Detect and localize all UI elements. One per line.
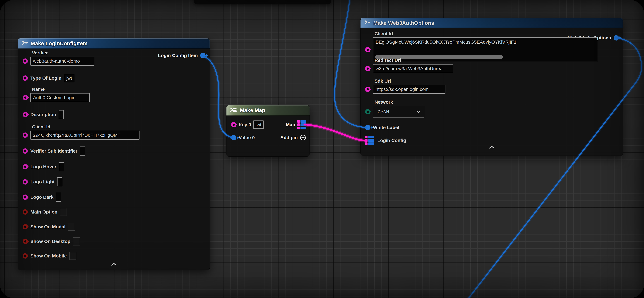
pin-label-type-of-login: Type Of Login [30,76,62,81]
node-make-web3authoptions[interactable]: Make Web3AuthOptions Web 3Auth Options C… [360,18,623,156]
pin-label-verifier: Verifier [30,50,94,56]
pin-name[interactable] [22,95,28,100]
pin-client-id[interactable] [22,132,28,138]
main-option-checkbox[interactable] [60,208,67,216]
pin-label-redirect-url: Redirect Url [373,58,453,63]
collapse-node-button[interactable] [360,146,623,148]
show-on-mobile-checkbox[interactable] [69,252,76,260]
output-pin-login-config-item[interactable] [200,53,206,58]
pin-label-main-option: Main Option [30,209,57,214]
pin-label-logo-dark: Logo Dark [30,194,54,200]
node-make-map[interactable]: Make Map Key 0 jwt Map Value 0 Ad [226,105,310,156]
pin-label-logo-hover: Logo Hover [30,164,56,170]
redirect-url-field[interactable]: w3a://com.w3a.Web3AuthUnreal [373,64,453,73]
node-title: Make Map [240,107,265,113]
pin-network[interactable] [365,109,370,114]
pin-label-value-0: Value 0 [238,135,255,140]
logo-light-field[interactable] [57,177,62,186]
key-0-field[interactable]: jwt [253,120,264,129]
output-pin-map[interactable] [297,120,306,129]
pin-label-client-id: Client Id [373,31,598,36]
name-field[interactable]: Auth0 Custom Login [30,93,90,102]
struct-brace-icon [364,20,371,26]
client-id-text: BEglQSgt4cUWcj6SKRdu5QkOXTsePmMcusG5EAoy… [376,40,518,44]
node-title: Make LoginConfigItem [31,40,88,46]
pin-label-network: Network [373,99,424,105]
add-pin-label: Add pin [280,135,298,140]
pin-show-on-mobile[interactable] [22,253,28,258]
struct-brace-icon [21,40,28,46]
network-dropdown-value: CYAN [378,110,389,114]
logo-hover-field[interactable] [59,162,64,171]
pin-show-on-modal[interactable] [22,224,28,230]
pin-verifier-sub-identifier[interactable] [22,148,28,154]
logo-dark-field[interactable] [56,193,61,202]
map-list-icon [230,108,237,113]
pin-label-show-on-desktop: Show On Desktop [30,239,70,244]
pin-label-logo-light: Logo Light [30,179,54,184]
node-title: Make Web3AuthOptions [373,20,434,26]
pin-logo-dark[interactable] [22,194,28,200]
verifier-field[interactable]: web3auth-auth0-demo [30,56,94,66]
pin-main-option[interactable] [22,209,28,214]
pin-value-0[interactable] [231,135,236,140]
pin-label-sdk-url: Sdk Url [373,78,446,84]
pin-sdk-url[interactable] [365,87,370,92]
graph-canvas[interactable]: Make LoginConfigItem Login Config Item V… [0,0,644,298]
description-field[interactable] [58,110,64,119]
show-on-desktop-checkbox[interactable] [73,237,80,246]
pin-label-show-on-mobile: Show On Mobile [30,253,67,258]
pin-white-label[interactable] [365,125,370,130]
pin-label-description: Description [30,112,56,117]
pin-label-name: Name [30,86,90,92]
chevron-up-icon [111,263,116,266]
pin-key-0[interactable] [231,122,236,127]
output-pin-label-map: Map [286,122,295,127]
output-pin-label: Login Config Item [158,53,198,58]
wire-map-to-loginconfig[interactable] [305,124,366,141]
add-pin-button[interactable]: Add pin [280,133,306,142]
collapse-node-button[interactable] [18,263,210,266]
pin-label-client-id: Client Id [30,124,140,130]
add-pin-plus-icon [300,134,306,141]
show-on-modal-checkbox[interactable] [68,223,75,231]
node-make-loginconfigitem[interactable]: Make LoginConfigItem Login Config Item V… [18,38,210,270]
pin-type-of-login[interactable] [22,76,28,81]
pin-label-key-0: Key 0 [238,122,251,127]
offscreen-node-top[interactable] [194,0,331,4]
output-pin-web3auth-options[interactable] [614,35,619,40]
pin-redirect-url[interactable] [365,66,370,71]
type-of-login-field[interactable]: jwt [64,74,74,82]
node-make-map-header[interactable]: Make Map [226,105,310,116]
pin-verifier[interactable] [22,58,28,64]
client-id-field[interactable]: 294QRkchfq2YaXUbPri7D6PH7xzHgQMT [30,130,140,140]
verifier-sub-identifier-field[interactable] [80,146,85,156]
pin-description[interactable] [22,112,28,117]
pin-show-on-desktop[interactable] [22,239,28,244]
pin-logo-light[interactable] [22,179,28,184]
chevron-down-icon [416,110,420,113]
pin-logo-hover[interactable] [22,164,28,170]
node-make-loginconfigitem-header[interactable]: Make LoginConfigItem [18,38,210,49]
node-make-web3authoptions-header[interactable]: Make Web3AuthOptions [360,18,623,28]
pin-label-show-on-modal: Show On Modal [30,224,66,230]
pin-label-verifier-sub-identifier: Verifier Sub Identifier [30,148,78,154]
sdk-url-field[interactable]: https://sdk.openlogin.com [373,85,446,94]
pin-client-id[interactable] [365,47,370,52]
network-dropdown[interactable]: CYAN [373,106,424,118]
pin-label-white-label: White Label [373,125,399,130]
screenshot-stage: Make LoginConfigItem Login Config Item V… [0,0,644,298]
chevron-up-icon [489,146,494,148]
pin-label-login-config: Login Config [377,138,406,143]
pin-login-config[interactable] [365,136,374,145]
